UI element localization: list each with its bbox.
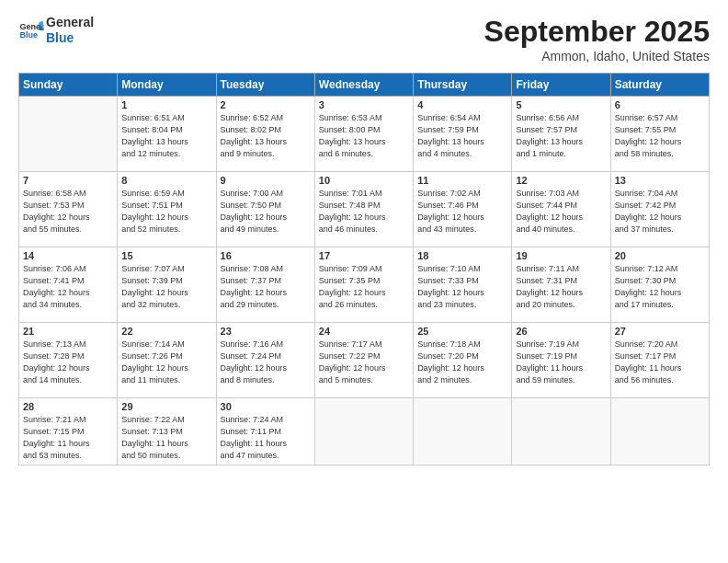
week-row-2: 7Sunrise: 6:58 AMSunset: 7:53 PMDaylight… xyxy=(19,172,710,247)
day-info: Sunrise: 7:24 AMSunset: 7:11 PMDaylight:… xyxy=(221,414,311,462)
day-info: Sunrise: 7:12 AMSunset: 7:30 PMDaylight:… xyxy=(615,263,705,311)
day-cell: 4Sunrise: 6:54 AMSunset: 7:59 PMDaylight… xyxy=(414,97,512,172)
col-header-thursday: Thursday xyxy=(414,74,512,97)
week-row-1: 1Sunrise: 6:51 AMSunset: 8:04 PMDaylight… xyxy=(19,97,710,172)
day-cell: 28Sunrise: 7:21 AMSunset: 7:15 PMDayligh… xyxy=(19,398,118,465)
day-cell xyxy=(19,97,118,172)
day-cell: 15Sunrise: 7:07 AMSunset: 7:39 PMDayligh… xyxy=(118,247,216,323)
day-cell: 14Sunrise: 7:06 AMSunset: 7:41 PMDayligh… xyxy=(19,247,118,323)
day-number: 29 xyxy=(121,401,211,412)
day-info: Sunrise: 7:03 AMSunset: 7:44 PMDaylight:… xyxy=(516,188,606,236)
day-info: Sunrise: 7:02 AMSunset: 7:46 PMDaylight:… xyxy=(417,188,507,236)
day-cell: 16Sunrise: 7:08 AMSunset: 7:37 PMDayligh… xyxy=(216,247,314,323)
day-cell: 5Sunrise: 6:56 AMSunset: 7:57 PMDaylight… xyxy=(512,97,610,172)
header-row: SundayMondayTuesdayWednesdayThursdayFrid… xyxy=(19,74,710,97)
day-info: Sunrise: 7:16 AMSunset: 7:24 PMDaylight:… xyxy=(221,339,311,386)
day-number: 3 xyxy=(319,99,409,110)
day-number: 17 xyxy=(319,250,409,261)
day-cell: 30Sunrise: 7:24 AMSunset: 7:11 PMDayligh… xyxy=(216,398,314,465)
day-info: Sunrise: 7:13 AMSunset: 7:28 PMDaylight:… xyxy=(23,339,113,386)
day-cell: 26Sunrise: 7:19 AMSunset: 7:19 PMDayligh… xyxy=(512,323,610,398)
col-header-monday: Monday xyxy=(118,74,216,97)
day-info: Sunrise: 7:04 AMSunset: 7:42 PMDaylight:… xyxy=(615,188,705,236)
day-info: Sunrise: 7:14 AMSunset: 7:26 PMDaylight:… xyxy=(121,339,211,386)
day-cell: 24Sunrise: 7:17 AMSunset: 7:22 PMDayligh… xyxy=(314,323,413,398)
day-info: Sunrise: 6:51 AMSunset: 8:04 PMDaylight:… xyxy=(121,112,211,160)
day-number: 19 xyxy=(516,250,606,261)
day-number: 16 xyxy=(221,250,311,261)
day-cell: 29Sunrise: 7:22 AMSunset: 7:13 PMDayligh… xyxy=(118,398,216,465)
day-number: 27 xyxy=(615,326,705,337)
day-cell: 10Sunrise: 7:01 AMSunset: 7:48 PMDayligh… xyxy=(314,172,413,247)
svg-text:Blue: Blue xyxy=(19,30,38,40)
day-info: Sunrise: 7:20 AMSunset: 7:17 PMDaylight:… xyxy=(615,339,705,386)
month-title: September 2025 xyxy=(484,15,710,49)
day-info: Sunrise: 7:06 AMSunset: 7:41 PMDaylight:… xyxy=(23,263,113,311)
page-container: General Blue General Blue September 2025… xyxy=(0,0,728,475)
day-cell: 27Sunrise: 7:20 AMSunset: 7:17 PMDayligh… xyxy=(610,323,709,398)
day-info: Sunrise: 7:11 AMSunset: 7:31 PMDaylight:… xyxy=(516,263,606,311)
day-number: 9 xyxy=(221,175,311,186)
week-row-4: 21Sunrise: 7:13 AMSunset: 7:28 PMDayligh… xyxy=(19,323,710,398)
day-info: Sunrise: 7:10 AMSunset: 7:33 PMDaylight:… xyxy=(417,263,507,311)
day-cell: 11Sunrise: 7:02 AMSunset: 7:46 PMDayligh… xyxy=(414,172,512,247)
day-info: Sunrise: 7:22 AMSunset: 7:13 PMDaylight:… xyxy=(121,414,211,462)
location: Ammon, Idaho, United States xyxy=(484,49,710,63)
day-cell: 20Sunrise: 7:12 AMSunset: 7:30 PMDayligh… xyxy=(610,247,709,323)
day-cell: 2Sunrise: 6:52 AMSunset: 8:02 PMDaylight… xyxy=(216,97,314,172)
day-info: Sunrise: 7:21 AMSunset: 7:15 PMDaylight:… xyxy=(23,414,113,462)
day-number: 11 xyxy=(417,175,507,186)
day-cell: 23Sunrise: 7:16 AMSunset: 7:24 PMDayligh… xyxy=(216,323,314,398)
day-cell xyxy=(512,398,610,465)
day-info: Sunrise: 7:17 AMSunset: 7:22 PMDaylight:… xyxy=(319,339,409,386)
day-number: 7 xyxy=(23,175,113,186)
day-number: 10 xyxy=(319,175,409,186)
day-number: 8 xyxy=(121,175,211,186)
title-block: September 2025 Ammon, Idaho, United Stat… xyxy=(484,15,710,63)
week-row-5: 28Sunrise: 7:21 AMSunset: 7:15 PMDayligh… xyxy=(19,398,710,465)
day-number: 15 xyxy=(121,250,211,261)
day-number: 24 xyxy=(319,326,409,337)
day-info: Sunrise: 7:18 AMSunset: 7:20 PMDaylight:… xyxy=(417,339,507,386)
col-header-wednesday: Wednesday xyxy=(314,74,413,97)
logo: General Blue General Blue xyxy=(18,15,94,46)
day-cell: 1Sunrise: 6:51 AMSunset: 8:04 PMDaylight… xyxy=(118,97,216,172)
day-cell: 9Sunrise: 7:00 AMSunset: 7:50 PMDaylight… xyxy=(216,172,314,247)
day-cell: 3Sunrise: 6:53 AMSunset: 8:00 PMDaylight… xyxy=(314,97,413,172)
day-cell: 21Sunrise: 7:13 AMSunset: 7:28 PMDayligh… xyxy=(19,323,118,398)
day-number: 1 xyxy=(121,99,211,110)
day-info: Sunrise: 7:07 AMSunset: 7:39 PMDaylight:… xyxy=(121,263,211,311)
day-number: 5 xyxy=(516,99,606,110)
day-info: Sunrise: 6:56 AMSunset: 7:57 PMDaylight:… xyxy=(516,112,606,160)
day-number: 28 xyxy=(23,401,113,412)
day-info: Sunrise: 7:09 AMSunset: 7:35 PMDaylight:… xyxy=(319,263,409,311)
day-cell: 7Sunrise: 6:58 AMSunset: 7:53 PMDaylight… xyxy=(19,172,118,247)
day-cell: 13Sunrise: 7:04 AMSunset: 7:42 PMDayligh… xyxy=(610,172,709,247)
day-cell: 12Sunrise: 7:03 AMSunset: 7:44 PMDayligh… xyxy=(512,172,610,247)
header: General Blue General Blue September 2025… xyxy=(18,15,710,63)
day-cell: 8Sunrise: 6:59 AMSunset: 7:51 PMDaylight… xyxy=(118,172,216,247)
day-number: 12 xyxy=(516,175,606,186)
col-header-tuesday: Tuesday xyxy=(216,74,314,97)
day-cell: 17Sunrise: 7:09 AMSunset: 7:35 PMDayligh… xyxy=(314,247,413,323)
day-info: Sunrise: 6:52 AMSunset: 8:02 PMDaylight:… xyxy=(221,112,311,160)
day-number: 25 xyxy=(417,326,507,337)
calendar-table: SundayMondayTuesdayWednesdayThursdayFrid… xyxy=(18,73,710,465)
day-cell: 25Sunrise: 7:18 AMSunset: 7:20 PMDayligh… xyxy=(414,323,512,398)
day-cell xyxy=(610,398,709,465)
week-row-3: 14Sunrise: 7:06 AMSunset: 7:41 PMDayligh… xyxy=(19,247,710,323)
day-info: Sunrise: 6:58 AMSunset: 7:53 PMDaylight:… xyxy=(23,188,113,236)
day-number: 20 xyxy=(615,250,705,261)
day-cell xyxy=(314,398,413,465)
col-header-sunday: Sunday xyxy=(19,74,118,97)
day-info: Sunrise: 6:54 AMSunset: 7:59 PMDaylight:… xyxy=(417,112,507,160)
day-number: 14 xyxy=(23,250,113,261)
day-info: Sunrise: 7:19 AMSunset: 7:19 PMDaylight:… xyxy=(516,339,606,386)
col-header-friday: Friday xyxy=(512,74,610,97)
day-cell: 19Sunrise: 7:11 AMSunset: 7:31 PMDayligh… xyxy=(512,247,610,323)
day-number: 4 xyxy=(417,99,507,110)
day-number: 26 xyxy=(516,326,606,337)
logo-text: Blue xyxy=(46,30,94,46)
day-cell: 22Sunrise: 7:14 AMSunset: 7:26 PMDayligh… xyxy=(118,323,216,398)
day-info: Sunrise: 7:08 AMSunset: 7:37 PMDaylight:… xyxy=(221,263,311,311)
